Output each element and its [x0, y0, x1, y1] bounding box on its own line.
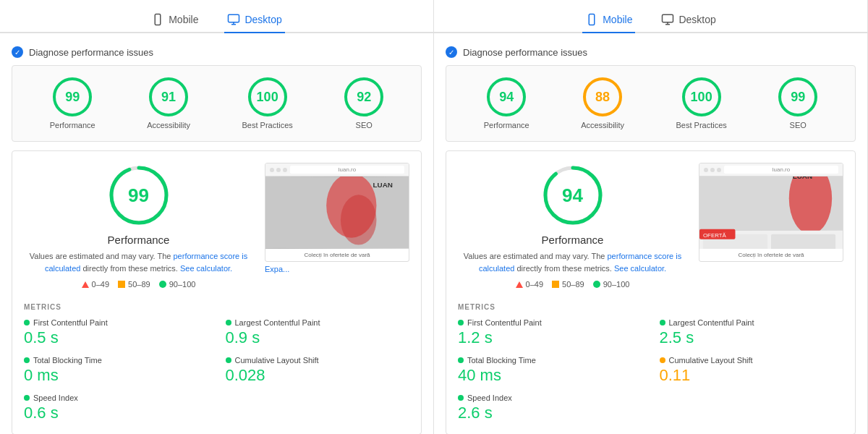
- metric-cls-dot-0: [226, 357, 231, 363]
- big-score-num-0: 99: [128, 184, 149, 207]
- legend-sq-0: [118, 281, 125, 288]
- perf-title-0: Performance: [108, 234, 170, 246]
- metric-si-dot-1: [458, 395, 464, 401]
- legend-dot-0: [159, 281, 166, 288]
- site-thumb-1: luan.ro LUAN OFERTĂ: [699, 163, 843, 262]
- expand-btn-0[interactable]: Expa...: [265, 265, 409, 273]
- perf-left-0: 99 Performance Values are estimated and …: [24, 163, 253, 297]
- score-seo-0: 92 SEO: [344, 77, 383, 129]
- score-summary-1: 94 Performance 88 Accessibility 100 Best…: [446, 65, 856, 142]
- svg-rect-0: [155, 14, 161, 25]
- thumb-dot2-1: [710, 168, 715, 172]
- metric-si-value-0: 0.6 s: [24, 404, 208, 422]
- perf-link2-1[interactable]: See calculator.: [614, 264, 666, 273]
- perf-desc-0: Values are estimated and may vary. The p…: [24, 250, 253, 274]
- metric-fcp-value-0: 0.5 s: [24, 328, 208, 347]
- thumb-url-0: luan.ro: [290, 166, 404, 174]
- legend-red-label-0: 0–49: [92, 280, 109, 289]
- metric-fcp-name-0: First Contentful Paint: [24, 318, 208, 327]
- thumb-dot1-1: [704, 168, 708, 172]
- tab-desktop-0[interactable]: Desktop: [224, 7, 284, 33]
- metric-lcp-dot-1: [660, 320, 665, 326]
- metric-tbt-value-0: 0 ms: [24, 366, 208, 385]
- metric-lcp-value-1: 2.5 s: [660, 328, 844, 347]
- svg-rect-23: [771, 234, 835, 249]
- tab-bar: Mobile Desktop: [0, 0, 433, 33]
- score-bestpractices-1: 100 Best Practices: [676, 77, 726, 129]
- metric-lcp-name-0: Largest Contentful Paint: [226, 318, 410, 327]
- big-score-wrapper-0: 99 Performance Values are estimated and …: [24, 163, 253, 289]
- big-score-num-1: 94: [562, 184, 583, 207]
- metric-fcp-dot-1: [458, 320, 464, 326]
- metric-tbt-dot-0: [24, 357, 30, 363]
- tab-desktop-label-0: Desktop: [244, 14, 281, 25]
- score-label-acc-1: Accessibility: [581, 121, 624, 129]
- metric-tbt-name-0: Total Blocking Time: [24, 356, 208, 365]
- tab-desktop-1[interactable]: Desktop: [658, 7, 718, 33]
- thumb-bar-0: luan.ro: [265, 163, 409, 176]
- thumb-caption-1: Colecți în ofertele de vară: [699, 249, 843, 261]
- thumb-dot3-1: [717, 168, 721, 172]
- svg-text:LUAN: LUAN: [793, 176, 812, 180]
- metrics-grid-0: First Contentful Paint 0.5 s Largest Con…: [24, 318, 409, 422]
- metric-cls-name-1: Cumulative Layout Shift: [660, 356, 844, 365]
- metric-lcp-value-0: 0.9 s: [226, 328, 410, 347]
- legend-dot-1: [593, 281, 600, 288]
- score-circle-bp-0: 100: [248, 77, 287, 116]
- score-label-perf-0: Performance: [50, 121, 95, 129]
- metric-fcp-name-1: First Contentful Paint: [458, 318, 642, 327]
- diagnose-label-1: Diagnose performance issues: [463, 47, 587, 58]
- legend-tri-0: [82, 281, 89, 288]
- check-icon-0: ✓: [12, 46, 23, 58]
- perf-left-1: 94 Performance Values are estimated and …: [458, 163, 687, 297]
- metric-cls-value-0: 0.028: [226, 366, 410, 385]
- svg-rect-2: [229, 14, 239, 22]
- diagnose-bar-0: ✓ Diagnose performance issues: [0, 42, 433, 62]
- metric-si-value-1: 2.6 s: [458, 404, 642, 422]
- score-label-seo-1: SEO: [790, 121, 807, 129]
- metric-lcp-dot-0: [226, 320, 231, 326]
- legend-0: 0–49 50–89 90–100: [82, 280, 196, 289]
- legend-green-label-0: 90–100: [169, 280, 196, 289]
- score-circle-perf-1: 94: [487, 77, 526, 116]
- score-accessibility-0: 91 Accessibility: [147, 77, 190, 129]
- metrics-section-1: METRICS First Contentful Paint 1.2 s Lar…: [458, 303, 843, 422]
- metrics-section-0: METRICS First Contentful Paint 0.5 s Lar…: [24, 303, 409, 422]
- tab-mobile-0[interactable]: Mobile: [148, 7, 201, 33]
- metric-fcp-dot-0: [24, 320, 30, 326]
- thumb-dot2: [276, 168, 281, 172]
- score-seo-1: 99 SEO: [778, 77, 817, 129]
- metric-fcp-value-1: 1.2 s: [458, 328, 642, 347]
- desktop-icon-0: [227, 13, 240, 26]
- thumb-url-1: luan.ro: [724, 166, 838, 174]
- metric-tbt-0: Total Blocking Time 0 ms: [24, 356, 208, 385]
- perf-title-1: Performance: [542, 234, 604, 246]
- desktop-panel: Mobile Desktop ✓ Diagnose performance is…: [0, 0, 434, 434]
- tab-desktop-label-1: Desktop: [678, 14, 715, 25]
- thumb-caption-0: Colecți în ofertele de vară: [265, 249, 409, 261]
- site-thumb-0: luan.ro LUAN Colecți în ofertele de vară: [265, 163, 409, 262]
- metric-tbt-dot-1: [458, 357, 464, 363]
- score-circle-perf-0: 99: [53, 77, 92, 116]
- score-label-perf-1: Performance: [484, 121, 529, 129]
- score-performance-0: 99 Performance: [50, 77, 95, 129]
- svg-text:OFERTĂ: OFERTĂ: [703, 232, 727, 239]
- legend-orange-label-1: 50–89: [562, 280, 584, 289]
- tab-mobile-1[interactable]: Mobile: [582, 7, 635, 33]
- score-summary-0: 99 Performance 91 Accessibility 100 Best…: [12, 65, 422, 142]
- perf-right-0: luan.ro LUAN Colecți în ofertele de vară…: [265, 163, 409, 297]
- perf-link2-0[interactable]: See calculator.: [180, 264, 232, 273]
- score-circle-seo-1: 99: [778, 77, 817, 116]
- check-icon-1: ✓: [446, 46, 457, 58]
- legend-orange-0: 50–89: [118, 280, 150, 289]
- svg-rect-11: [589, 14, 595, 25]
- metric-lcp-0: Largest Contentful Paint 0.9 s: [226, 318, 410, 347]
- big-score-circle-1: 94: [540, 163, 605, 228]
- svg-rect-13: [663, 14, 673, 22]
- legend-1: 0–49 50–89 90–100: [516, 280, 630, 289]
- legend-red-0: 0–49: [82, 280, 109, 289]
- metric-cls-1: Cumulative Layout Shift 0.11: [660, 356, 844, 385]
- perf-desc-1: Values are estimated and may vary. The p…: [458, 250, 687, 274]
- tab-mobile-label-1: Mobile: [603, 14, 632, 25]
- score-label-seo-0: SEO: [356, 121, 373, 129]
